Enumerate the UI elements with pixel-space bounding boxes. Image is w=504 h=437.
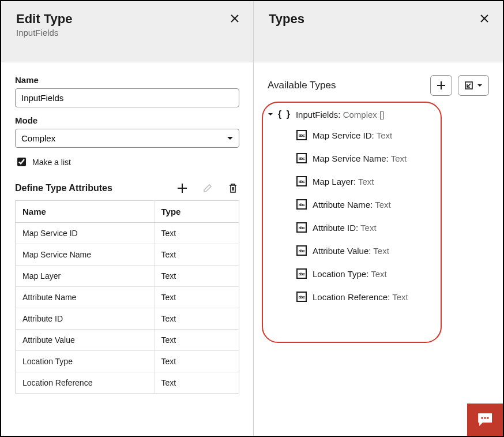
chevron-down-icon (268, 113, 273, 117)
attr-type-cell: Text (154, 244, 239, 266)
tree-item-type: Text (391, 154, 407, 163)
braces-icon: { } (278, 109, 291, 119)
tree-item-type: Text (373, 246, 389, 256)
text-type-icon: abc (296, 130, 307, 140)
chevron-down-icon (477, 84, 483, 88)
tree-children: abcMap Service ID: TextabcMap Service Na… (268, 130, 489, 302)
text-type-icon: abc (296, 153, 307, 163)
tree-item[interactable]: abcAttribute Value: Text (296, 245, 489, 256)
chat-button[interactable] (467, 404, 503, 436)
attr-name-cell: Map Service Name (16, 244, 155, 266)
make-list-checkbox-row[interactable]: Make a list (15, 156, 239, 168)
svg-point-3 (487, 417, 489, 419)
svg-point-1 (481, 417, 483, 419)
edit-type-header: Edit Type InputFields (1, 1, 253, 62)
app-frame: Edit Type InputFields Name Mode Complex … (0, 0, 504, 437)
tree-item[interactable]: abcMap Layer: Text (296, 176, 489, 186)
tree-item-type: Text (360, 223, 377, 233)
close-edit-type-button[interactable] (228, 12, 242, 25)
tree-item-name: Location Reference (313, 292, 388, 302)
attr-type-cell: Text (154, 308, 239, 330)
name-input[interactable] (15, 88, 239, 107)
import-icon (464, 81, 473, 90)
text-type-icon: abc (296, 245, 307, 256)
table-row[interactable]: Map Service NameText (16, 244, 239, 266)
plus-icon (177, 183, 187, 193)
text-type-icon: abc (296, 176, 307, 186)
types-panel: Types Available Types (254, 1, 503, 436)
tree-item-type: Text (371, 269, 387, 279)
tree-item-name: Map Service ID (313, 130, 372, 140)
attr-name-cell: Location Reference (16, 372, 155, 394)
table-header-row: Name Type (16, 201, 239, 223)
close-icon (480, 14, 489, 23)
attr-name-cell: Map Service ID (16, 223, 155, 244)
mode-select[interactable]: Complex (15, 129, 239, 148)
attr-name-cell: Location Type (16, 351, 155, 372)
pencil-icon (202, 183, 213, 193)
tree-item-name: Attribute Value (313, 246, 368, 256)
add-type-button[interactable] (430, 75, 452, 96)
close-icon (230, 14, 239, 23)
root-name: InputFields (296, 110, 338, 119)
mode-label: Mode (15, 115, 239, 125)
define-attrs-title: Define Type Attributes (15, 183, 112, 193)
type-tree: { } InputFields: Complex [] abcMap Servi… (268, 107, 489, 302)
table-row[interactable]: Attribute IDText (16, 308, 239, 330)
trash-icon (228, 183, 238, 193)
tree-item[interactable]: abcMap Service Name: Text (296, 153, 489, 163)
attr-name-cell: Map Layer (16, 266, 155, 287)
tree-item[interactable]: abcAttribute ID: Text (296, 222, 489, 233)
attr-type-cell: Text (154, 330, 239, 351)
tree-item[interactable]: abcLocation Reference: Text (296, 292, 489, 302)
tree-item-name: Map Service Name (313, 154, 386, 163)
define-attrs-header: Define Type Attributes (15, 182, 239, 195)
tree-item[interactable]: abcLocation Type: Text (296, 268, 489, 279)
svg-point-2 (484, 417, 486, 419)
table-row[interactable]: Map LayerText (16, 266, 239, 287)
attr-type-cell: Text (154, 223, 239, 244)
make-list-label: Make a list (32, 158, 71, 167)
edit-type-subtitle: InputFields (16, 28, 72, 38)
tree-root-item[interactable]: { } InputFields: Complex [] (268, 107, 489, 125)
col-name: Name (16, 201, 155, 223)
text-type-icon: abc (296, 199, 307, 210)
tree-item-type: Text (358, 177, 374, 186)
tree-item-name: Attribute ID (313, 223, 356, 233)
attr-type-cell: Text (154, 266, 239, 287)
table-row[interactable]: Attribute ValueText (16, 330, 239, 351)
attr-type-cell: Text (154, 287, 239, 308)
tree-item[interactable]: abcAttribute Name: Text (296, 199, 489, 210)
delete-attribute-button[interactable] (227, 182, 239, 195)
tree-item-name: Attribute Name (313, 200, 370, 210)
add-attribute-button[interactable] (176, 182, 189, 195)
types-header: Types (254, 1, 503, 62)
edit-type-panel: Edit Type InputFields Name Mode Complex … (1, 1, 254, 436)
col-type: Type (154, 201, 239, 223)
root-type: Complex [] (343, 110, 385, 119)
tree-item[interactable]: abcMap Service ID: Text (296, 130, 489, 140)
close-types-button[interactable] (477, 12, 491, 25)
tree-item-name: Map Layer (313, 177, 353, 186)
table-row[interactable]: Location ReferenceText (16, 372, 239, 394)
table-row[interactable]: Location TypeText (16, 351, 239, 372)
available-types-row: Available Types (268, 75, 489, 96)
name-label: Name (15, 75, 239, 85)
table-row[interactable]: Map Service IDText (16, 223, 239, 244)
available-types-title: Available Types (268, 80, 336, 91)
table-row[interactable]: Attribute NameText (16, 287, 239, 308)
attr-name-cell: Attribute Value (16, 330, 155, 351)
plus-icon (437, 81, 446, 90)
attr-name-cell: Attribute ID (16, 308, 155, 330)
make-list-checkbox[interactable] (17, 158, 26, 166)
tree-item-type: Text (392, 292, 408, 302)
text-type-icon: abc (296, 222, 307, 233)
attributes-table: Name Type Map Service IDTextMap Service … (15, 200, 239, 394)
text-type-icon: abc (296, 292, 307, 302)
attr-type-cell: Text (154, 351, 239, 372)
attr-type-cell: Text (154, 372, 239, 394)
tree-item-type: Text (377, 130, 393, 140)
types-body: Available Types { } I (254, 62, 503, 436)
import-type-button[interactable] (458, 75, 489, 96)
edit-type-body: Name Mode Complex Make a list Define Typ… (1, 62, 253, 394)
